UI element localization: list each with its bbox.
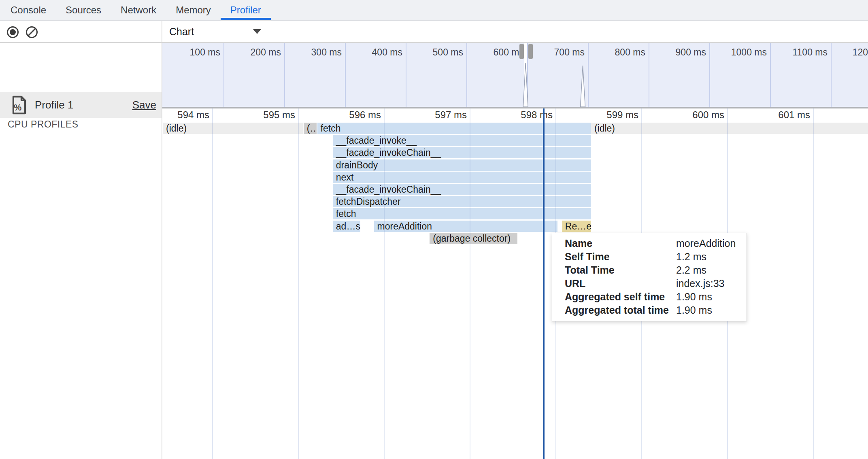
tooltip-row: Aggregated total time1.90 ms <box>552 304 747 317</box>
flame-bar[interactable]: next <box>333 172 591 183</box>
tooltip-label: Total Time <box>565 264 615 277</box>
svg-text:%: % <box>14 102 21 113</box>
view-mode-select[interactable]: Chart <box>162 21 268 42</box>
tab-network[interactable]: Network <box>111 0 166 20</box>
tooltip-row: Self Time1.2 ms <box>552 250 747 264</box>
tab-profiler[interactable]: Profiler <box>221 0 271 20</box>
devtools-profiler-panel: ConsoleSourcesNetworkMemoryProfiler Char… <box>0 0 868 459</box>
tooltip-value: 1.90 ms <box>676 304 712 317</box>
profiler-toolbar: Chart <box>0 21 868 43</box>
tooltip-row: URLindex.js:33 <box>552 277 747 290</box>
cpu-activity-spikes <box>162 43 868 107</box>
tooltip-row: Aggregated self time1.90 ms <box>552 290 747 304</box>
sidebar-divider[interactable] <box>162 21 162 459</box>
flame-bar[interactable]: ad…s <box>333 221 360 232</box>
view-mode-label: Chart <box>169 26 194 38</box>
tooltip-value: 1.90 ms <box>676 290 712 304</box>
selection-handle-right[interactable] <box>528 44 533 59</box>
tooltip-value: moreAddition <box>676 237 736 250</box>
flame-bar[interactable]: fetch <box>333 208 591 219</box>
flame-bar[interactable]: (idle) <box>163 123 303 134</box>
chevron-down-icon <box>253 29 261 34</box>
ms-gridline <box>298 108 299 459</box>
profile-list-item[interactable]: % Profile 1 Save <box>0 92 162 118</box>
ms-gridline <box>470 108 470 459</box>
devtools-tab-bar: ConsoleSourcesNetworkMemoryProfiler <box>0 0 868 21</box>
tooltip-label: URL <box>565 277 585 290</box>
tooltip-value: index.js:33 <box>676 277 725 290</box>
flame-bar[interactable]: (… <box>304 123 317 134</box>
timeline-overview[interactable]: 100 ms200 ms300 ms400 ms500 ms600 ms700 … <box>162 43 868 107</box>
frame-details-tooltip: NamemoreAdditionSelf Time1.2 msTotal Tim… <box>552 233 747 321</box>
flame-bar[interactable]: fetchDispatcher <box>333 196 591 207</box>
tooltip-row: Total Time2.2 ms <box>552 264 747 277</box>
profile-name: Profile 1 <box>35 99 73 111</box>
ms-gridline <box>813 108 814 459</box>
ms-gridline <box>384 108 385 459</box>
flame-chart-main: 100 ms200 ms300 ms400 ms500 ms600 ms700 … <box>162 43 868 459</box>
flame-bar[interactable]: moreAddition <box>374 221 558 232</box>
flame-bar[interactable]: drainBody <box>333 159 591 171</box>
flame-bar[interactable]: Re…e <box>562 221 591 232</box>
save-profile-link[interactable]: Save <box>132 99 156 111</box>
flame-bar[interactable]: __facade_invoke__ <box>333 135 591 146</box>
tooltip-label: Name <box>565 237 592 250</box>
flame-bar[interactable]: __facade_invokeChain__ <box>333 147 591 158</box>
flame-bar[interactable]: (garbage collector) <box>430 233 517 244</box>
tooltip-value: 2.2 ms <box>676 264 706 277</box>
playhead-line[interactable] <box>543 108 545 459</box>
tooltip-label: Self Time <box>565 250 610 264</box>
profile-document-icon: % <box>11 96 27 115</box>
tab-sources[interactable]: Sources <box>56 0 111 20</box>
flame-bar[interactable]: fetch <box>317 123 591 134</box>
flame-bar[interactable]: __facade_invokeChain__ <box>333 184 591 195</box>
tab-memory[interactable]: Memory <box>166 0 221 20</box>
ms-gridline <box>212 108 213 459</box>
selection-handle-left[interactable] <box>519 44 524 59</box>
tooltip-value: 1.2 ms <box>676 250 706 264</box>
cpu-profiles-section-heading: CPU PROFILES <box>8 119 79 130</box>
profiles-sidebar: Profiles CPU PROFILES % Profile 1 Save <box>0 43 162 459</box>
record-profile-icon[interactable] <box>7 26 19 38</box>
tooltip-label: Aggregated total time <box>565 304 669 317</box>
tab-console[interactable]: Console <box>1 0 56 20</box>
clear-profiles-icon[interactable] <box>26 26 38 38</box>
tooltip-row: NamemoreAddition <box>552 237 747 250</box>
tooltip-label: Aggregated self time <box>565 290 665 304</box>
flame-bar[interactable]: (idle) <box>591 123 868 134</box>
flame-chart-canvas[interactable]: (idle)(…fetch(idle)__facade_invoke____fa… <box>162 108 868 459</box>
